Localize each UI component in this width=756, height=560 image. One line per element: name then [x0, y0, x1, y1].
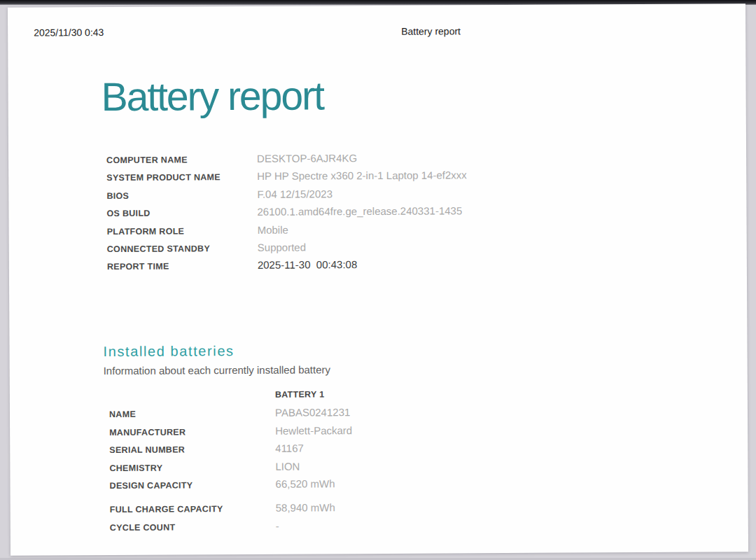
table-row: CYCLE COUNT -: [110, 517, 353, 536]
row-value: Supported: [258, 238, 306, 256]
table-row: FULL CHARGE CAPACITY 58,940 mWh: [110, 499, 353, 518]
section-heading: Installed batteries: [103, 342, 330, 360]
table-row: SYSTEM PRODUCT NAME HP HP Spectre x360 2…: [106, 167, 467, 186]
row-label: OS BUILD: [106, 204, 257, 223]
row-label: PLATFORM ROLE: [107, 222, 258, 241]
report-page: 2025/11/30 0:43 Battery report Battery r…: [8, 4, 748, 556]
table-row: NAME PABAS0241231: [109, 404, 352, 423]
print-header-title: Battery report: [401, 25, 461, 36]
row-label: SYSTEM PRODUCT NAME: [106, 169, 257, 188]
battery-column-header-row: BATTERY 1: [109, 386, 352, 405]
row-value: HP HP Spectre x360 2-in-1 Laptop 14-ef2x…: [257, 167, 467, 186]
row-value: DESKTOP-6AJR4KG: [257, 149, 357, 167]
table-row: COMPUTER NAME DESKTOP-6AJR4KG: [106, 148, 467, 168]
table-row: OS BUILD 26100.1.amd64fre.ge_release.240…: [106, 202, 467, 222]
row-value: F.04 12/15/2023: [257, 185, 332, 203]
row-value: 58,940 mWh: [276, 499, 335, 517]
report-title: Battery report: [101, 76, 323, 117]
row-label: CYCLE COUNT: [110, 519, 276, 538]
print-header-date: 2025/11/30 0:43: [34, 27, 104, 38]
table-row: PLATFORM ROLE Mobile: [107, 220, 468, 239]
row-value: 41167: [275, 440, 304, 458]
row-label: CONNECTED STANDBY: [107, 240, 258, 259]
row-value: Hewlett-Packard: [275, 421, 352, 440]
table-row: CHEMISTRY LION: [109, 457, 352, 476]
battery-table: BATTERY 1 NAME PABAS0241231 MANUFACTURER…: [109, 386, 353, 536]
row-value: 26100.1.amd64fre.ge_release.240331-1435: [257, 202, 462, 221]
row-label: BIOS: [106, 187, 257, 206]
row-value: -: [276, 517, 279, 534]
battery-column-header: BATTERY 1: [275, 386, 325, 404]
report-time-value: 2025-11-30 00:43:08: [258, 255, 357, 274]
table-row: CONNECTED STANDBY Supported: [107, 237, 468, 257]
installed-batteries-section: Installed batteries Information about ea…: [103, 342, 330, 377]
row-value: Mobile: [258, 220, 288, 239]
empty-cell: [109, 398, 275, 398]
row-value: PABAS0241231: [275, 404, 350, 422]
row-label: REPORT TIME: [107, 258, 258, 276]
table-row: SERIAL NUMBER 41167: [109, 439, 352, 458]
section-subtitle: Information about each currently install…: [104, 363, 330, 377]
table-row: BIOS F.04 12/15/2023: [106, 184, 467, 204]
table-row: MANUFACTURER Hewlett-Packard: [109, 421, 352, 440]
row-value: 66,520 mWh: [275, 475, 335, 493]
row-label: COMPUTER NAME: [106, 151, 257, 170]
system-info-table: COMPUTER NAME DESKTOP-6AJR4KG SYSTEM PRO…: [106, 148, 468, 274]
row-value: LION: [275, 457, 300, 475]
table-row: DESIGN CAPACITY 66,520 mWh: [109, 475, 352, 493]
table-row: REPORT TIME 2025-11-30 00:43:08: [107, 255, 468, 275]
